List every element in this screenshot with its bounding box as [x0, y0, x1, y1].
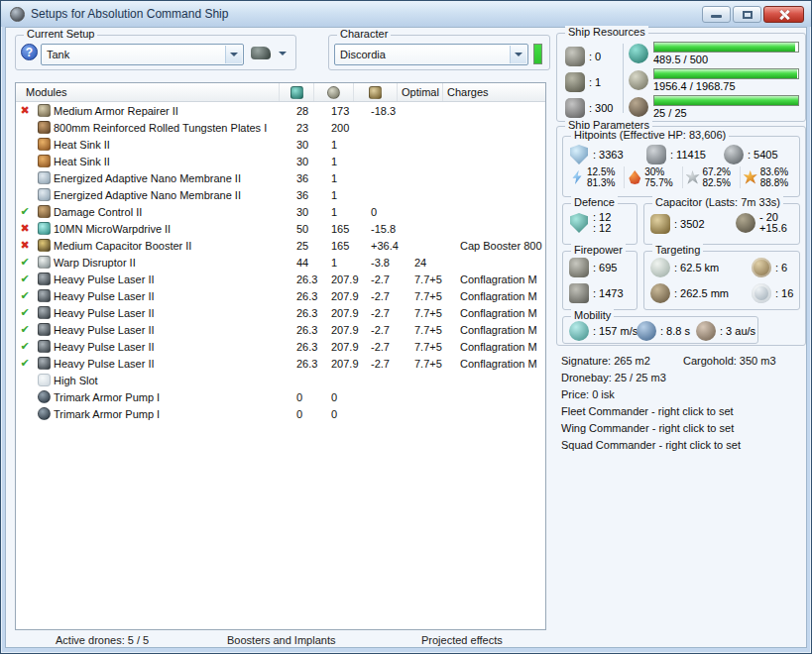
module-cap-use: -2.7 — [371, 341, 414, 353]
resistance-base: 83.6% — [760, 166, 788, 177]
divider — [623, 44, 624, 113]
module-powergrid: 207.9 — [331, 290, 371, 302]
module-row[interactable]: Heavy Pulse Laser II 26.3 207.9 -2.7 7.7… — [16, 271, 545, 287]
module-row[interactable]: Warp Disruptor II 44 1 -3.8 24 — [16, 254, 545, 271]
header-cpu[interactable] — [280, 83, 314, 101]
module-name: Heavy Pulse Laser II — [54, 341, 296, 353]
squad-commander-setting[interactable]: Squad Commander - right click to set — [561, 439, 741, 451]
module-name: Heavy Pulse Laser II — [54, 290, 296, 302]
module-row[interactable]: Trimark Armor Pump I 0 0 — [16, 405, 545, 422]
module-icon — [38, 289, 51, 302]
header-optimal[interactable]: Optimal — [398, 83, 443, 101]
slot-icon — [565, 98, 585, 118]
module-name: Heavy Pulse Laser II — [54, 307, 296, 319]
sensor-strength-icon — [752, 283, 771, 303]
capacitor-recharge-icon — [736, 213, 755, 233]
module-row[interactable]: Damage Control II 30 1 0 — [16, 203, 545, 220]
module-optimal: 7.7+5 — [414, 307, 460, 319]
character-select[interactable]: Discordia — [334, 44, 528, 65]
window: Setups for Absolution Command Ship Curre… — [0, 0, 812, 654]
defence-value-2: : 12 — [593, 223, 611, 234]
ship-select-button[interactable] — [251, 45, 292, 62]
row-status-icon — [16, 254, 34, 271]
module-row[interactable]: Heavy Pulse Laser II 26.3 207.9 -2.7 7.7… — [16, 355, 545, 372]
fleet-commander-setting[interactable]: Fleet Commander - right click to set — [561, 405, 734, 417]
hitpoints-label: Hitpoints (Effective HP: 83,606) — [571, 129, 729, 141]
slot-value: : 0 — [589, 51, 601, 62]
module-icon — [38, 188, 51, 201]
module-cpu: 30 — [296, 139, 331, 151]
volley-icon — [569, 283, 589, 303]
module-cpu: 30 — [296, 206, 331, 218]
module-row[interactable]: Heavy Pulse Laser II 26.3 207.9 -2.7 7.7… — [16, 287, 545, 304]
active-drones-section[interactable]: Active drones: 5 / 5 — [56, 634, 149, 646]
row-status-icon — [16, 355, 34, 372]
modules-list: Modules Optimal Charges Medium Armor Rep… — [15, 82, 546, 630]
armor-icon — [646, 145, 666, 164]
resistance-base: 67.2% — [703, 166, 731, 177]
firepower-label: Firepower — [571, 244, 626, 256]
module-row[interactable]: 800mm Reinforced Rolled Tungsten Plates … — [16, 119, 545, 136]
module-optimal: 24 — [414, 257, 460, 269]
module-icon — [38, 121, 51, 134]
module-row[interactable]: Heavy Pulse Laser II 26.3 207.9 -2.7 7.7… — [16, 321, 545, 338]
module-cpu: 26.3 — [296, 324, 331, 336]
module-row[interactable]: Medium Capacitor Booster II 25 165 +36.4… — [16, 237, 545, 254]
row-status-icon — [16, 338, 34, 355]
setup-select-arrow-button[interactable] — [225, 46, 242, 63]
header-modules[interactable]: Modules — [16, 83, 280, 101]
capacitor-group: Capacitor (Lasts: 7m 33s) : 3502 - 20 +1… — [643, 203, 800, 245]
projected-effects-section[interactable]: Projected effects — [421, 634, 503, 646]
resistances-row: 12.5% 81.3% 30% 75.7% 67.2% 82.5% 83.6% … — [567, 166, 797, 188]
module-cap-use: -15.8 — [371, 223, 414, 235]
module-cpu: 50 — [296, 223, 331, 235]
help-icon[interactable]: ? — [21, 44, 38, 60]
module-row[interactable]: Trimark Armor Pump I 0 0 — [16, 388, 545, 405]
ship-parameters-group: Ship Parameters Hitpoints (Effective HP:… — [556, 126, 806, 346]
module-row[interactable]: 10MN MicroWarpdrive II 50 165 -15.8 — [16, 220, 545, 237]
module-name: Energized Adaptive Nano Membrane II — [54, 189, 296, 201]
close-button[interactable] — [763, 6, 804, 23]
module-powergrid: 1 — [331, 172, 371, 184]
module-name: Heavy Pulse Laser II — [54, 273, 296, 285]
header-charges[interactable]: Charges — [443, 83, 545, 101]
module-icon — [38, 138, 51, 151]
module-row[interactable]: High Slot — [16, 372, 545, 388]
capacitor-amount-icon — [650, 214, 670, 234]
firepower-dps-value: : 695 — [593, 262, 617, 273]
resistance-effective: 75.7% — [644, 177, 672, 188]
header-capacitor[interactable] — [354, 83, 398, 101]
module-row[interactable]: Medium Armor Repairer II 28 173 -18.3 — [16, 102, 545, 119]
capacitor-icon — [369, 86, 382, 99]
module-charges: Cap Booster 800 — [460, 240, 545, 252]
module-powergrid: 200 — [331, 122, 371, 134]
module-row[interactable]: Heat Sink II 30 1 — [16, 136, 545, 153]
wing-commander-setting[interactable]: Wing Commander - right click to set — [561, 422, 734, 434]
module-cpu: 0 — [296, 391, 331, 403]
module-row[interactable]: Heavy Pulse Laser II 26.3 207.9 -2.7 7.7… — [16, 304, 545, 321]
module-cap-use: -2.7 — [371, 307, 414, 319]
header-powergrid[interactable] — [314, 83, 354, 101]
module-row[interactable]: Heat Sink II 30 1 — [16, 153, 545, 169]
warp-speed-value: : 3 au/s — [720, 325, 755, 337]
shield-hp-value: : 3363 — [593, 149, 624, 161]
module-icon — [38, 407, 51, 420]
row-status-icon — [16, 102, 34, 119]
setup-select[interactable]: Tank — [41, 44, 244, 65]
module-name: 800mm Reinforced Rolled Tungsten Plates … — [54, 122, 296, 134]
module-powergrid: 1 — [331, 156, 371, 167]
boosters-implants-section[interactable]: Boosters and Implants — [227, 634, 335, 646]
title-bar[interactable]: Setups for Absolution Command Ship — [1, 1, 811, 27]
character-select-arrow-button[interactable] — [510, 46, 526, 63]
maximize-button[interactable] — [733, 6, 761, 23]
module-cap-use: -18.3 — [371, 105, 414, 117]
capacitor-peak-plus: +15.6 — [759, 223, 787, 234]
resource-progress-fill — [654, 43, 795, 52]
resource-bar-row: 489.5 / 500 — [629, 40, 799, 66]
modules-rows: Medium Armor Repairer II 28 173 -18.3 80… — [16, 102, 545, 629]
module-row[interactable]: Energized Adaptive Nano Membrane II 36 1 — [16, 186, 545, 203]
module-row[interactable]: Energized Adaptive Nano Membrane II 36 1 — [16, 169, 545, 186]
module-row[interactable]: Heavy Pulse Laser II 26.3 207.9 -2.7 7.7… — [16, 338, 545, 355]
hitpoints-group: Hitpoints (Effective HP: 83,606) : 3363 … — [562, 136, 800, 197]
minimize-button[interactable] — [702, 6, 731, 23]
